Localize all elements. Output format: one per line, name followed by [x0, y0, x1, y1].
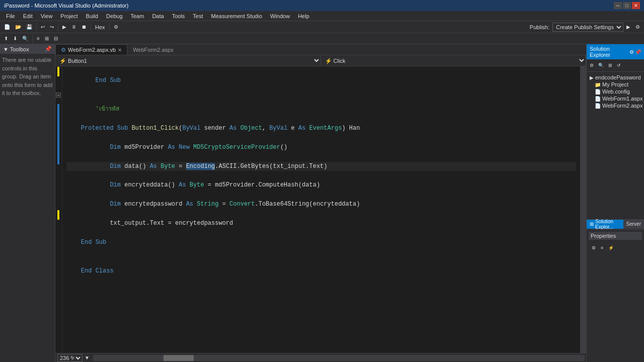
maximize-button[interactable]: □ [623, 2, 631, 9]
tree-item-root[interactable]: ▶ endcodePassword [589, 74, 642, 81]
toolbar2-btn5[interactable]: ⊞ [43, 34, 51, 44]
menu-debug[interactable]: Debug [102, 12, 126, 20]
tree-icon-webconfig: 📄 [595, 89, 601, 95]
toolbar2-btn1[interactable]: ⬆ [2, 34, 10, 44]
tab-webform2-aspx[interactable]: WebForm2.aspx [127, 44, 179, 55]
menu-project[interactable]: Project [56, 12, 82, 20]
solution-explorer-header: Solution Explorer ⚙ 📌 [587, 44, 644, 59]
scroll-thumb[interactable] [164, 355, 194, 361]
yellow-indicator-2 [57, 210, 59, 220]
server-tab-label: Server [626, 221, 641, 227]
toolbar-stop[interactable]: ⏹ [79, 22, 89, 32]
props-btn1[interactable]: ⚙ [590, 243, 598, 253]
menu-bar: File Edit View Project Build Debug Team … [0, 11, 644, 21]
toolbar-save[interactable]: 💾 [24, 22, 34, 32]
toolbar-publish-settings[interactable]: ⚙ [633, 22, 642, 32]
menu-file[interactable]: File [2, 12, 19, 20]
toolbox-title: ▼ Toolbox [3, 46, 29, 52]
tab-webform2-vb[interactable]: ⚙ WebForm2.aspx.vb ✕ [55, 44, 127, 55]
minimize-button[interactable]: ─ [614, 2, 622, 9]
props-btn2[interactable]: ≡ [599, 243, 605, 253]
menu-measurement[interactable]: Measurement Studio [207, 12, 267, 20]
scroll-track-vertical[interactable] [580, 66, 586, 353]
menu-test[interactable]: Test [189, 12, 207, 20]
menu-view[interactable]: View [37, 12, 57, 20]
tree-label-webconfig: Web.config [602, 88, 630, 95]
zoom-down-icon[interactable]: ▼ [85, 355, 90, 360]
tree-icon-webform2: 📄 [595, 103, 601, 109]
horizontal-scrollbar[interactable] [93, 355, 585, 361]
tree-label-webform1: WebForm1.aspx [602, 96, 643, 102]
se-btn2[interactable]: 🔍 [596, 60, 606, 70]
menu-window[interactable]: Window [266, 12, 294, 20]
toolbar2-btn3[interactable]: 🔍 [20, 34, 30, 44]
close-button[interactable]: ✕ [632, 2, 640, 9]
toolbar-1: 📄 📂 💾 ↩ ↪ ▶ ⏸ ⏹ Hex ⚙ Publish: Create Pu… [0, 21, 644, 33]
se-btn4[interactable]: ↺ [615, 60, 623, 70]
solution-explorer-tab[interactable]: ⊞ Solution Explor... [587, 220, 623, 229]
se-tab-label: Solution Explor... [595, 219, 620, 230]
toolbar-redo[interactable]: ↪ [48, 22, 56, 32]
menu-team[interactable]: Team [127, 12, 148, 20]
menu-tools[interactable]: Tools [168, 12, 189, 20]
toolbox-pin[interactable]: 📌 [45, 46, 52, 52]
code-line-md5: Dim md5Provider As New MD5CryptoServiceP… [66, 143, 576, 152]
toolbar-start[interactable]: ▶ [60, 22, 68, 32]
code-line-sub: Protected Sub Button1_Click(ByVal sender… [66, 124, 576, 133]
tree-item-myproject[interactable]: 📁 My Project [589, 81, 642, 88]
code-line-1: End Sub [66, 76, 576, 85]
main-layout: ▼ Toolbox 📌 There are no usable controls… [0, 44, 644, 362]
tree-item-webform1[interactable]: 📄 WebForm1.aspx [589, 95, 642, 102]
toolbar2-btn4[interactable]: ≡ [35, 34, 42, 44]
solution-explorer-toolbar-btn1[interactable]: ⚙ [629, 49, 634, 55]
se-btn1[interactable]: ⚙ [588, 60, 596, 70]
tree-icon-myproject: 📁 [595, 82, 601, 87]
toolbar2-btn2[interactable]: ⬇ [11, 34, 19, 44]
method-member-select[interactable]: ⚡ Click [321, 55, 587, 66]
zoom-bar: 236 % ▼ [55, 354, 92, 362]
tree-item-webconfig[interactable]: 📄 Web.config [589, 88, 642, 95]
menu-build[interactable]: Build [82, 12, 102, 20]
scroll-bar-area: 236 % ▼ [55, 353, 586, 362]
code-line-comment: 'เข้ารหัส [66, 105, 576, 114]
properties-toolbar: ⚙ ≡ ⚡ [589, 242, 642, 254]
method-bar: ⚡ Button1 ⚡ Click [55, 55, 586, 66]
solution-explorer-pin[interactable]: 📌 [635, 49, 641, 55]
server-tab[interactable]: Server [623, 220, 644, 229]
toolbar-undo[interactable]: ↩ [39, 22, 47, 32]
code-line-endclass: End Class [66, 266, 576, 276]
solution-explorer-toolbar: ⚙ 🔍 ⊞ ↺ [587, 59, 644, 72]
toolbar-open[interactable]: 📂 [13, 22, 23, 32]
menu-edit[interactable]: Edit [19, 12, 37, 20]
tab-label-vb: WebForm2.aspx.vb [68, 47, 116, 53]
code-line-txtout: txt_output.Text = encrytedpassword [66, 219, 576, 228]
tree-label-root: endcodePassword [595, 74, 641, 80]
menu-data[interactable]: Data [148, 12, 168, 20]
tree-icon-root: ▶ [590, 75, 594, 80]
solution-explorer-title: Solution Explorer [590, 46, 629, 58]
toolbar-pause[interactable]: ⏸ [69, 22, 78, 32]
tree-label-webform2: WebForm2.aspx [602, 103, 643, 109]
props-btn3[interactable]: ⚡ [606, 243, 616, 253]
tab-close-vb[interactable]: ✕ [118, 47, 122, 53]
toolbar-publish-go[interactable]: ▶ [624, 22, 632, 32]
toolbar-debug-settings[interactable]: ⚙ [112, 22, 120, 32]
publish-label: Publish: [528, 24, 551, 30]
se-btn3[interactable]: ⊞ [606, 60, 614, 70]
toolbar2-sep-1 [32, 35, 33, 43]
toolbar-sep-3 [91, 23, 91, 31]
properties-header: Properties [589, 232, 642, 240]
properties-panel: Properties ⚙ ≡ ⚡ [587, 229, 644, 362]
zoom-select[interactable]: 236 % [57, 354, 83, 362]
collapse-btn-1[interactable]: ─ [56, 93, 61, 98]
toolbar2-btn6[interactable]: ⊟ [52, 34, 60, 44]
method-class-select[interactable]: ⚡ Button1 [55, 55, 321, 66]
yellow-indicator-1 [57, 67, 59, 76]
menu-help[interactable]: Help [294, 12, 313, 20]
tree-item-webform2[interactable]: 📄 WebForm2.aspx [589, 102, 642, 109]
code-line-encoding: Dim data() As Byte = Encoding.ASCII.GetB… [66, 162, 576, 171]
publish-dropdown[interactable]: Create Publish Settings [552, 23, 623, 32]
toolbar-new[interactable]: 📄 [2, 22, 12, 32]
code-editor[interactable]: ─ End Sub 'เข้ารหัส Protected Sub Button… [55, 66, 586, 353]
toolbar-sep-2 [58, 23, 58, 31]
